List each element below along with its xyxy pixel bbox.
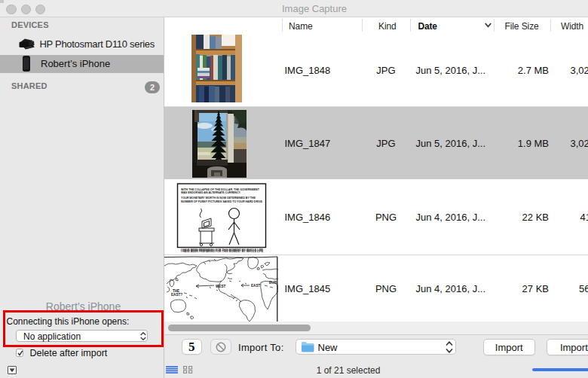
svg-text:EAST?: EAST? bbox=[171, 293, 182, 297]
svg-text:EUR: EUR bbox=[269, 281, 277, 285]
svg-text:NUMBER OF FUNNY PICTURES SAVED: NUMBER OF FUNNY PICTURES SAVED TO YOUR H… bbox=[181, 200, 263, 203]
svg-text:WITH THE COLLAPSE OF THE DOLLA: WITH THE COLLAPSE OF THE DOLLAR, THE GOV… bbox=[181, 188, 260, 191]
svg-text:WEST: WEST bbox=[216, 285, 225, 288]
svg-text:YOUR MONETARY WORTH IS NOW DET: YOUR MONETARY WORTH IS NOW DETERMINED BY… bbox=[181, 197, 256, 200]
svg-text:WAS ENDORSED AN ALTERNATE CURR: WAS ENDORSED AN ALTERNATE CURRENCY. bbox=[181, 191, 241, 194]
svg-text:EAST: EAST bbox=[251, 284, 260, 288]
